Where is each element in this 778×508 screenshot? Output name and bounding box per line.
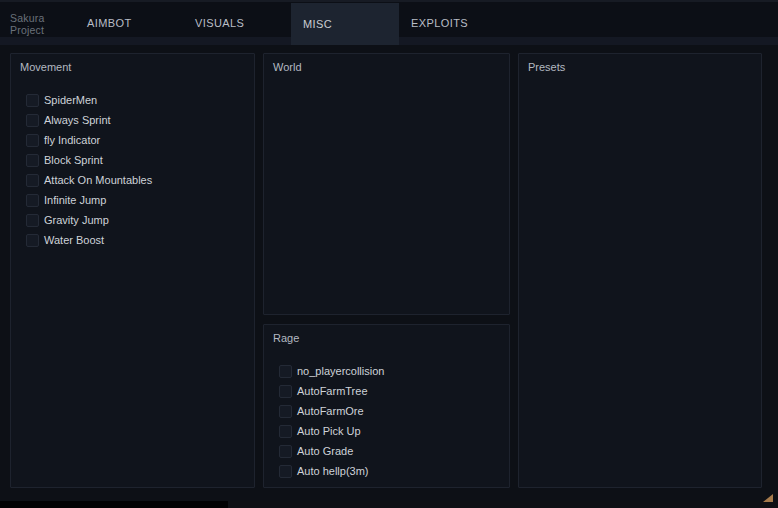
checkbox-label: no_playercollision xyxy=(297,365,384,378)
rage-checkbox-list: no_playercollision AutoFarmTree AutoFarm… xyxy=(279,365,501,478)
tab-misc[interactable]: MISC xyxy=(291,3,399,45)
panel-presets: Presets xyxy=(518,53,762,488)
checkbox-row[interactable]: Auto hellp(3m) xyxy=(279,465,501,478)
checkbox-row[interactable]: Attack On Mountables xyxy=(26,174,246,187)
checkbox-row[interactable]: Auto Pick Up xyxy=(279,425,501,438)
checkbox-row[interactable]: SpiderMen xyxy=(26,94,246,107)
checkbox-label: Attack On Mountables xyxy=(44,174,152,187)
checkbox-row[interactable]: AutoFarmTree xyxy=(279,385,501,398)
checkbox-row[interactable]: Auto Grade xyxy=(279,445,501,458)
cheat-menu-window: Sakura Project AIMBOT VISUALS MISC EXPLO… xyxy=(0,0,778,508)
checkbox[interactable] xyxy=(279,445,292,458)
checkbox[interactable] xyxy=(26,234,39,247)
checkbox[interactable] xyxy=(26,154,39,167)
tab-bar: AIMBOT VISUALS MISC EXPLOITS xyxy=(75,0,507,45)
app-logo: Sakura Project xyxy=(10,13,44,37)
checkbox-row[interactable]: Infinite Jump xyxy=(26,194,246,207)
panel-world: World xyxy=(263,53,510,315)
checkbox-row[interactable]: fly Indicator xyxy=(26,134,246,147)
checkbox-label: fly Indicator xyxy=(44,134,100,147)
app-logo-line1: Sakura xyxy=(10,13,44,25)
checkbox[interactable] xyxy=(279,465,292,478)
checkbox-row[interactable]: Block Sprint xyxy=(26,154,246,167)
bottom-bar-right xyxy=(228,501,778,508)
checkbox[interactable] xyxy=(279,425,292,438)
checkbox-label: AutoFarmTree xyxy=(297,385,368,398)
checkbox-row[interactable]: Gravity Jump xyxy=(26,214,246,227)
panel-rage-title: Rage xyxy=(264,325,509,344)
header: Sakura Project AIMBOT VISUALS MISC EXPLO… xyxy=(0,0,778,45)
checkbox-label: Gravity Jump xyxy=(44,214,109,227)
checkbox-row[interactable]: AutoFarmOre xyxy=(279,405,501,418)
checkbox[interactable] xyxy=(279,365,292,378)
panel-movement-title: Movement xyxy=(11,54,254,73)
tab-visuals[interactable]: VISUALS xyxy=(183,0,291,45)
checkbox[interactable] xyxy=(26,194,39,207)
checkbox-label: Infinite Jump xyxy=(44,194,106,207)
tab-exploits[interactable]: EXPLOITS xyxy=(399,0,507,45)
panel-rage: Rage no_playercollision AutoFarmTree Aut… xyxy=(263,324,510,488)
checkbox-row[interactable]: Water Boost xyxy=(26,234,246,247)
checkbox[interactable] xyxy=(26,214,39,227)
panel-movement: Movement SpiderMen Always Sprint fly Ind… xyxy=(10,53,255,488)
checkbox-label: Always Sprint xyxy=(44,114,111,127)
movement-checkbox-list: SpiderMen Always Sprint fly Indicator Bl… xyxy=(26,94,246,247)
checkbox[interactable] xyxy=(279,385,292,398)
tab-aimbot[interactable]: AIMBOT xyxy=(75,0,183,45)
bottom-bar-left xyxy=(0,501,228,508)
resize-grip-icon[interactable] xyxy=(763,494,773,502)
checkbox[interactable] xyxy=(279,405,292,418)
checkbox-row[interactable]: no_playercollision xyxy=(279,365,501,378)
checkbox-label: Auto hellp(3m) xyxy=(297,465,369,478)
checkbox[interactable] xyxy=(26,114,39,127)
checkbox-label: Block Sprint xyxy=(44,154,103,167)
checkbox-label: Auto Pick Up xyxy=(297,425,361,438)
panel-presets-title: Presets xyxy=(519,54,761,73)
checkbox-label: Auto Grade xyxy=(297,445,353,458)
panel-world-title: World xyxy=(264,54,509,73)
checkbox-row[interactable]: Always Sprint xyxy=(26,114,246,127)
checkbox[interactable] xyxy=(26,94,39,107)
app-logo-line2: Project xyxy=(10,25,44,37)
checkbox-label: AutoFarmOre xyxy=(297,405,364,418)
checkbox[interactable] xyxy=(26,134,39,147)
checkbox[interactable] xyxy=(26,174,39,187)
checkbox-label: Water Boost xyxy=(44,234,104,247)
checkbox-label: SpiderMen xyxy=(44,94,97,107)
